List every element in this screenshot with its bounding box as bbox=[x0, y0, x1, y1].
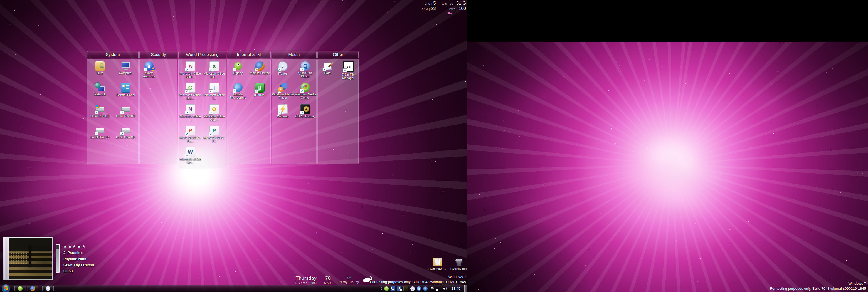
shortcut-arrow-overlay: ↗ bbox=[209, 111, 213, 115]
taskbar-button-itunes[interactable] bbox=[42, 286, 54, 291]
fence-title-internet-im[interactable]: Internet & IM bbox=[227, 51, 271, 58]
fence-item-label: Local Disk (F) bbox=[90, 135, 109, 139]
fence-item-itunes[interactable]: ↗iTunes bbox=[272, 61, 294, 83]
fence-item-label: iTunes bbox=[278, 72, 287, 75]
computer-icon bbox=[121, 61, 130, 71]
fence-item-label: Computer bbox=[119, 71, 132, 74]
fence-item-microsoft-office-gro[interactable]: ↗Microsoft Office Gro... bbox=[178, 83, 202, 104]
left-monitor: CPU|5 Win HDD|51 G RAM|23 PWR|100 System… bbox=[0, 0, 467, 292]
fence-item-mozilla-thunderbird[interactable]: ↗Mozilla Thunderbird bbox=[227, 83, 249, 104]
track-album: Crwn Thy Frnicatr bbox=[63, 263, 94, 267]
digsby-taskbar-icon[interactable] bbox=[18, 286, 23, 291]
shortcut-arrow-overlay: ↗ bbox=[277, 89, 281, 93]
fence-item-quicktime-player[interactable]: ↗QuickTime Player bbox=[294, 61, 317, 83]
album-art-tray-icon[interactable] bbox=[403, 286, 408, 291]
start-button[interactable] bbox=[2, 285, 10, 292]
fence-item-cd-art-display[interactable]: ↗CD Art Display bbox=[294, 104, 317, 126]
wmp-icon: ↗ bbox=[278, 83, 287, 92]
track-title: 2. Parasitic bbox=[63, 251, 94, 255]
desktop-icons: Rainmeter-...Recycle Bin bbox=[428, 258, 467, 270]
fence-item-7-zip-file-manager[interactable]: ↗7-Zip File Manager bbox=[338, 61, 359, 83]
flag-tray-icon[interactable] bbox=[430, 286, 434, 291]
fence-item-local-disk-g[interactable]: ↗Local Disk (G) bbox=[113, 126, 139, 147]
droplet-tray-icon[interactable] bbox=[378, 286, 383, 291]
shortcut-arrow-overlay: ↗ bbox=[277, 68, 281, 72]
fence-item-windows-media-center[interactable]: ↗Windows Media Center bbox=[294, 83, 317, 104]
shortcut-arrow-overlay: ↗ bbox=[95, 132, 98, 136]
fence-item-label: Microsoft Office Acce... bbox=[178, 72, 202, 78]
signal-tray-icon[interactable] bbox=[436, 286, 440, 291]
fence-item-microsoft-office-exc[interactable]: ↗Microsoft Office Exc... bbox=[202, 61, 226, 83]
fence-item-avast-antivirus[interactable]: ↗avast! Antivirus bbox=[140, 61, 159, 83]
fence-item-microsoft-office-acce[interactable]: ↗Microsoft Office Acce... bbox=[178, 61, 202, 83]
avast-tray-icon[interactable] bbox=[417, 286, 421, 291]
fence-item-label: Luke bbox=[96, 71, 103, 74]
windows-flag-icon bbox=[4, 286, 8, 291]
condition-text: Partly Cloudy bbox=[339, 281, 359, 284]
fence-item-network[interactable]: Network bbox=[87, 83, 113, 104]
fence-item-label: Windows Media Center bbox=[294, 93, 317, 99]
track-rating[interactable]: ★★★★★ bbox=[63, 244, 94, 249]
weather-widget[interactable]: 2° Partly Cloudy bbox=[339, 275, 372, 284]
fence-item-microsoft-office-po[interactable]: ↗Microsoft Office Po... bbox=[178, 126, 202, 147]
right-monitor: Windows 7 For testing purposes only. Bui… bbox=[467, 42, 868, 292]
volume-tray-icon[interactable] bbox=[442, 286, 447, 291]
fence-item-microsoft-office[interactable]: ↗Microsoft Office ... bbox=[178, 104, 202, 126]
pwr-stat: PWR|100 bbox=[449, 6, 466, 11]
itunes-taskbar-icon[interactable] bbox=[45, 286, 50, 291]
shortcut-arrow-overlay: ↗ bbox=[209, 68, 213, 72]
desktop-icon-rainmeter[interactable]: Rainmeter-... bbox=[428, 258, 447, 270]
fence-item-windows-media-player[interactable]: ↗Windows Media Player bbox=[272, 83, 294, 104]
fence-item-digsby[interactable]: ↗Digsby bbox=[227, 61, 249, 83]
thunderbird-icon: ↗ bbox=[234, 83, 243, 92]
mail-widget[interactable]: 70 MAIL bbox=[324, 275, 332, 285]
fence-title-world-processing[interactable]: World Processing bbox=[178, 51, 226, 58]
cdart-icon: ↗ bbox=[301, 104, 310, 114]
cd-art-display-case[interactable] bbox=[3, 237, 53, 280]
firefox-taskbar-icon[interactable] bbox=[30, 286, 35, 291]
recycle-bin-icon bbox=[454, 258, 463, 266]
fence-title-system[interactable]: System bbox=[87, 51, 138, 58]
network-icon bbox=[95, 83, 104, 92]
fence-item-label: Paint bbox=[324, 71, 331, 74]
fence-item-local-disk-c[interactable]: ↗Local Disk (C) bbox=[87, 104, 113, 126]
desktop-icon-recycle-bin[interactable]: Recycle Bin bbox=[449, 258, 467, 270]
fence-item-winamp[interactable]: ↗Winamp bbox=[272, 104, 294, 126]
fence-item-label: µTorrent bbox=[254, 93, 266, 97]
fence-other: Other↗Paint↗7-Zip File Manager bbox=[317, 51, 359, 164]
show-desktop-button[interactable] bbox=[464, 285, 467, 292]
taskbar-clock[interactable]: 18:45 bbox=[451, 286, 460, 291]
fence-item-luke[interactable]: Luke bbox=[87, 61, 113, 83]
blue-orb-tray-icon[interactable] bbox=[423, 286, 428, 291]
shortcut-arrow-overlay: ↗ bbox=[185, 68, 189, 72]
signal-bar bbox=[440, 287, 440, 291]
cpu-label: CPU bbox=[425, 2, 430, 5]
taskbar-button-firefox[interactable] bbox=[27, 286, 38, 291]
facebook-tray-icon[interactable]: 1 bbox=[397, 286, 401, 291]
fence-item-microsoft-office-outl[interactable]: ↗Microsoft Office Outl... bbox=[202, 104, 226, 126]
digsby-tray-icon[interactable] bbox=[384, 286, 389, 291]
fence-item-local-disk-d[interactable]: ↗Local Disk (D) bbox=[113, 104, 139, 126]
fence-item-microsoft-office-i[interactable]: ↗Microsoft Office I... bbox=[202, 83, 226, 104]
fence-item-paint[interactable]: ↗Paint bbox=[317, 61, 338, 83]
track-progress-bar[interactable] bbox=[56, 244, 60, 272]
fence-item-computer[interactable]: Computer bbox=[113, 61, 139, 83]
fence-title-media[interactable]: Media bbox=[272, 51, 317, 58]
fence-title-security[interactable]: Security bbox=[140, 51, 178, 58]
fence-item-local-disk-f[interactable]: ↗Local Disk (F) bbox=[87, 126, 113, 147]
fence-item-microsoft-office-wo[interactable]: ↗Microsoft Office Wo... bbox=[178, 147, 202, 168]
quicktime-icon: ↗ bbox=[301, 61, 310, 71]
fence-item-torrent[interactable]: ↗µTorrent bbox=[249, 83, 271, 104]
shortcut-arrow-overlay: ↗ bbox=[277, 111, 282, 115]
fence-item-mozilla-firefox[interactable]: ↗Mozilla Firefox bbox=[249, 61, 271, 83]
date-widget[interactable]: Thursday 5 March, 2009 bbox=[296, 275, 317, 285]
fence-body-other: ↗Paint↗7-Zip File Manager bbox=[317, 59, 359, 164]
fence-item-microsoft-office-p[interactable]: ↗Microsoft Office P... bbox=[202, 126, 226, 147]
fence-item-control-panel[interactable]: Control Panel bbox=[113, 83, 139, 104]
wallpaper-right bbox=[467, 42, 868, 292]
hdd-label: Win HDD bbox=[442, 2, 453, 5]
taskbar-button-digsby[interactable] bbox=[14, 286, 26, 291]
fence-title-other[interactable]: Other bbox=[317, 51, 359, 58]
itunes-tray-icon[interactable] bbox=[410, 286, 415, 291]
myspace-tray-icon[interactable] bbox=[391, 286, 395, 291]
